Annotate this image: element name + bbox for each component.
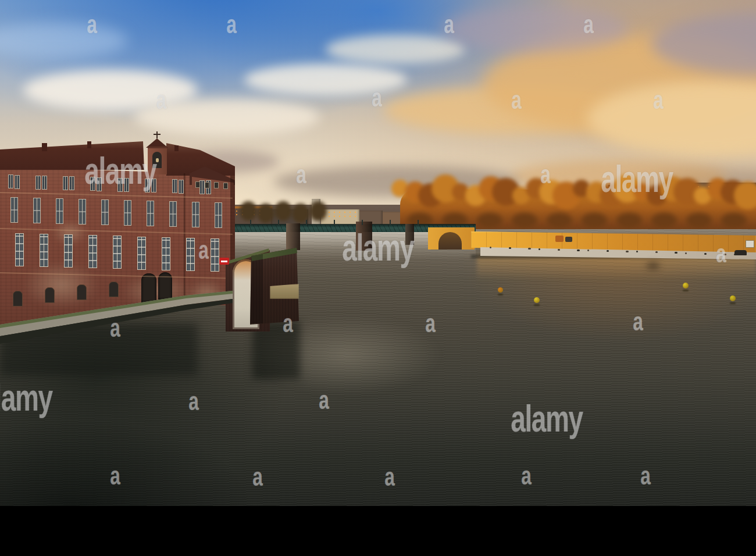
watermark-mark: a xyxy=(198,237,209,263)
watermark-mark: a xyxy=(319,387,329,413)
watermark-mark: a xyxy=(156,87,167,113)
watermark-mark: a xyxy=(583,12,594,37)
watermark-mark: a xyxy=(188,389,199,414)
watermark-mark: a xyxy=(540,162,551,187)
watermark-mark: a xyxy=(252,464,263,490)
watermark-mark: a xyxy=(110,315,120,341)
watermark-mark: a xyxy=(372,85,382,111)
watermark-brand: alamy xyxy=(511,400,582,437)
watermark-mark: a xyxy=(521,463,532,489)
watermark-mark: a xyxy=(425,311,436,336)
watermark-brand: alamy xyxy=(84,152,156,190)
watermark-mark: a xyxy=(283,311,293,336)
watermark-mark: a xyxy=(296,162,306,187)
watermark-mark: a xyxy=(444,12,454,37)
watermark-mark: a xyxy=(226,12,237,37)
river-sunset-photo: alamyalamyalamyalamyalamyaaaaaaaaaaaaaaa… xyxy=(0,0,756,507)
watermark-brand: alamy xyxy=(0,379,52,416)
stock-photo-page: alamyalamyalamyalamyalamyaaaaaaaaaaaaaaa… xyxy=(0,0,756,556)
watermark-mark: a xyxy=(633,309,643,334)
watermark-mark: a xyxy=(716,241,726,266)
watermark-mark: a xyxy=(110,463,120,489)
watermark-brand: alamy xyxy=(342,229,413,266)
watermark-mark: a xyxy=(511,87,522,113)
watermark-layer: alamyalamyalamyalamyalamyaaaaaaaaaaaaaaa… xyxy=(0,0,756,507)
watermark-mark: a xyxy=(640,463,651,489)
watermark-brand: alamy xyxy=(601,161,672,198)
watermark-mark: a xyxy=(87,12,97,37)
watermark-mark: a xyxy=(653,87,664,113)
alamy-footer-bar: alamy Image ID: TC6Y7R www.alamy.com xyxy=(0,506,756,556)
watermark-mark: a xyxy=(384,464,395,490)
